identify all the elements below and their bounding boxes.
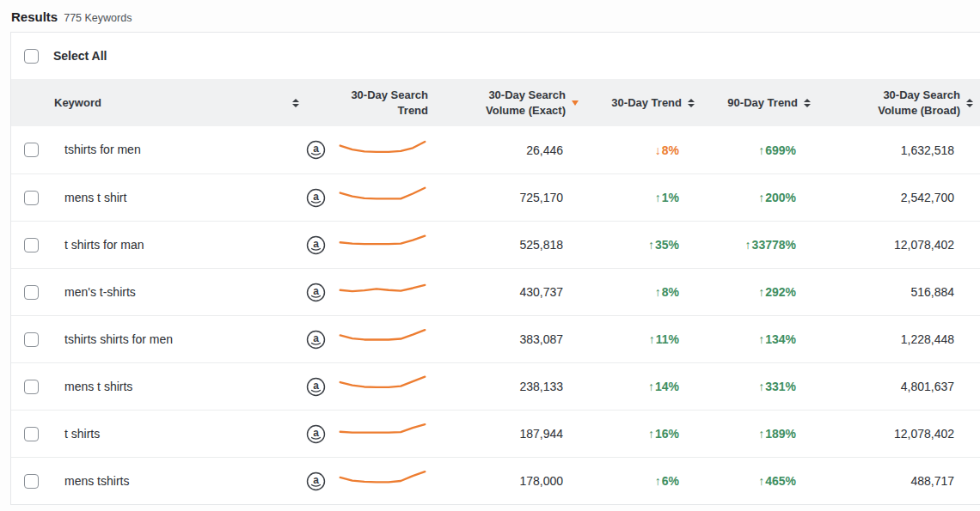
keyword-text: men's t-shirts bbox=[64, 283, 136, 301]
column-header-keyword[interactable]: Keyword bbox=[54, 96, 306, 109]
trend-arrow-icon: ↑ bbox=[655, 191, 661, 204]
sparkline-chart bbox=[338, 232, 427, 258]
trend-90d-value: ↑292% bbox=[758, 285, 796, 299]
column-header-30d-search-trend[interactable]: 30-Day Search Trend bbox=[306, 88, 435, 118]
keyword-text: mens tshirts bbox=[64, 472, 129, 490]
row-checkbox[interactable] bbox=[24, 285, 39, 300]
keyword-text: t shirts for man bbox=[64, 236, 144, 254]
amazon-icon[interactable]: a bbox=[306, 283, 326, 302]
trend-arrow-icon: ↑ bbox=[758, 191, 764, 204]
trend-90d-column-label: 90-Day Trend bbox=[727, 96, 798, 109]
select-all-checkbox[interactable] bbox=[24, 49, 39, 64]
svg-text:a: a bbox=[313, 474, 319, 486]
sort-desc-active-icon[interactable] bbox=[572, 100, 579, 106]
volume-exact-value: 525,818 bbox=[519, 238, 563, 252]
trend-90d-value: ↑33778% bbox=[745, 238, 796, 252]
sparkline-chart bbox=[338, 279, 427, 305]
trend-30d-value: ↑14% bbox=[648, 380, 679, 393]
row-checkbox[interactable] bbox=[24, 332, 39, 347]
table-row: t shirts for man a 525,818 ↑35% ↑33778% bbox=[11, 221, 980, 268]
svg-text:a: a bbox=[313, 380, 319, 392]
svg-text:a: a bbox=[313, 285, 319, 297]
trend-30d-value: ↓8% bbox=[655, 143, 679, 157]
trend-30d-value: ↑16% bbox=[648, 427, 679, 441]
sort-arrows-icon[interactable] bbox=[966, 99, 973, 107]
trend-30d-value: ↑6% bbox=[655, 474, 679, 488]
keyword-text: tshirts for men bbox=[64, 141, 141, 159]
amazon-icon[interactable]: a bbox=[306, 424, 326, 444]
volume-exact-value: 430,737 bbox=[519, 285, 563, 299]
volume-broad-value: 2,542,700 bbox=[901, 191, 954, 204]
select-all-row: Select All bbox=[11, 33, 980, 79]
results-header: Results 775 Keywords bbox=[0, 0, 980, 32]
keyword-text: mens t shirts bbox=[64, 378, 132, 396]
row-checkbox[interactable] bbox=[24, 474, 39, 489]
trend-arrow-icon: ↑ bbox=[649, 332, 655, 346]
trend-arrow-icon: ↓ bbox=[655, 143, 661, 157]
row-checkbox[interactable] bbox=[24, 380, 39, 394]
trend-90d-value: ↑189% bbox=[758, 427, 796, 441]
volume-exact-column-label: 30-Day Search Volume (Exact) bbox=[478, 88, 566, 118]
select-all-label: Select All bbox=[53, 49, 107, 63]
trend-arrow-icon: ↑ bbox=[655, 474, 661, 488]
column-header-volume-broad[interactable]: 30-Day Search Volume (Broad) bbox=[818, 88, 980, 118]
trend-arrow-icon: ↑ bbox=[758, 332, 764, 346]
volume-broad-column-label: 30-Day Search Volume (Broad) bbox=[873, 88, 960, 118]
sparkline-chart bbox=[338, 185, 427, 210]
volume-broad-value: 1,228,448 bbox=[901, 332, 954, 346]
sparkline-chart bbox=[338, 326, 427, 352]
amazon-icon[interactable]: a bbox=[306, 377, 326, 397]
table-header-row: Keyword 30-Day Search Trend 30-Day Searc… bbox=[11, 79, 980, 126]
trend-30d-value: ↑1% bbox=[655, 191, 679, 204]
trend-90d-value: ↑699% bbox=[758, 143, 796, 157]
keyword-text: mens t shirt bbox=[64, 189, 126, 207]
row-checkbox[interactable] bbox=[24, 191, 39, 205]
keywords-table: Select All Keyword 30-Day Search Trend 3… bbox=[10, 32, 980, 505]
trend-90d-value: ↑465% bbox=[758, 474, 796, 488]
svg-text:a: a bbox=[313, 427, 319, 439]
volume-broad-value: 4,801,637 bbox=[901, 380, 954, 393]
row-checkbox[interactable] bbox=[24, 238, 39, 252]
amazon-icon[interactable]: a bbox=[306, 140, 326, 160]
volume-exact-value: 238,133 bbox=[519, 380, 563, 393]
volume-exact-value: 178,000 bbox=[519, 474, 563, 488]
trend-arrow-icon: ↑ bbox=[648, 238, 654, 252]
table-row: men's t-shirts a 430,737 ↑8% ↑292% 516, bbox=[11, 268, 980, 315]
amazon-icon[interactable]: a bbox=[306, 188, 326, 208]
column-header-90d-trend[interactable]: 90-Day Trend bbox=[701, 96, 818, 109]
keyword-column-label: Keyword bbox=[54, 96, 101, 109]
keyword-text: tshirts shirts for men bbox=[64, 331, 173, 349]
sort-arrows-icon[interactable] bbox=[688, 99, 695, 107]
amazon-icon[interactable]: a bbox=[306, 471, 326, 491]
svg-text:a: a bbox=[313, 191, 319, 203]
trend-arrow-icon: ↑ bbox=[655, 285, 661, 299]
column-header-volume-exact[interactable]: 30-Day Search Volume (Exact) bbox=[435, 88, 585, 118]
trend-column-label: 30-Day Search Trend bbox=[340, 88, 428, 118]
table-row: t shirts a 187,944 ↑16% ↑189% 12,078,40 bbox=[11, 410, 980, 457]
sort-arrows-icon[interactable] bbox=[804, 99, 811, 107]
volume-broad-value: 516,884 bbox=[910, 285, 954, 299]
row-checkbox[interactable] bbox=[24, 427, 39, 441]
trend-90d-value: ↑200% bbox=[758, 191, 796, 204]
volume-broad-value: 12,078,402 bbox=[894, 427, 954, 441]
results-count: 775 Keywords bbox=[64, 12, 132, 24]
keyword-text: t shirts bbox=[64, 425, 100, 443]
column-header-30d-trend[interactable]: 30-Day Trend bbox=[585, 96, 701, 109]
sparkline-chart bbox=[338, 374, 427, 399]
table-body: tshirts for men a 26,446 ↓8% ↑699% 1,63 bbox=[11, 126, 980, 504]
amazon-icon[interactable]: a bbox=[306, 330, 326, 350]
trend-arrow-icon: ↑ bbox=[648, 380, 654, 393]
row-checkbox[interactable] bbox=[24, 143, 39, 157]
sort-arrows-icon[interactable] bbox=[292, 99, 299, 107]
volume-exact-value: 187,944 bbox=[519, 427, 563, 441]
volume-exact-value: 26,446 bbox=[526, 143, 563, 157]
volume-broad-value: 12,078,402 bbox=[894, 238, 954, 252]
amazon-icon[interactable]: a bbox=[306, 235, 326, 255]
page-title: Results bbox=[11, 9, 58, 24]
table-row: tshirts shirts for men a 383,087 ↑11% ↑1… bbox=[11, 315, 980, 362]
table-row: mens t shirts a 238,133 ↑14% ↑331% 4,80 bbox=[11, 362, 980, 410]
trend-arrow-icon: ↑ bbox=[758, 474, 764, 488]
sparkline-chart bbox=[338, 137, 427, 163]
trend-arrow-icon: ↑ bbox=[648, 427, 654, 441]
volume-broad-value: 488,717 bbox=[910, 474, 954, 488]
